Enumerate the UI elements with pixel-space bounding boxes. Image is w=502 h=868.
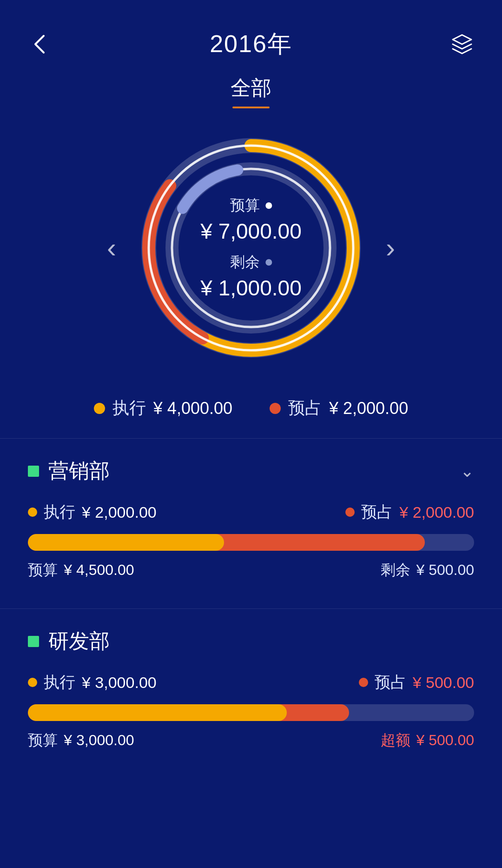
dept-marketing-stats: 执行 ¥ 2,000.00 预占 ¥ 2,000.00 bbox=[28, 501, 474, 523]
marketing-reserve-value: ¥ 2,000.00 bbox=[399, 503, 474, 521]
marketing-remainder-value: ¥ 500.00 bbox=[416, 561, 474, 578]
dept-rd-icon bbox=[28, 636, 39, 647]
rd-remainder-label: 超额 bbox=[381, 732, 410, 748]
marketing-exec-label: 执行 bbox=[44, 501, 75, 523]
tab-underline bbox=[232, 107, 270, 108]
dept-rd: 研发部 执行 ¥ 3,000.00 预占 ¥ 500.00 预算 ¥ 3,000… bbox=[0, 609, 502, 765]
rd-exec-label: 执行 bbox=[44, 672, 75, 693]
reserve-label: 预占 bbox=[288, 397, 322, 420]
rd-reserve-label: 预占 bbox=[375, 672, 406, 693]
rd-remainder-value: ¥ 500.00 bbox=[416, 732, 474, 748]
marketing-budget-value: ¥ 4,500.00 bbox=[64, 561, 134, 578]
marketing-budget: 预算 ¥ 4,500.00 bbox=[28, 560, 134, 581]
budget-value: ¥ 7,000.00 bbox=[200, 219, 301, 244]
dept-marketing-chevron[interactable]: ⌄ bbox=[460, 461, 474, 481]
dept-marketing: 营销部 ⌄ 执行 ¥ 2,000.00 预占 ¥ 2,000.00 预算 ¥ 4… bbox=[0, 439, 502, 594]
rd-exec-stat: 执行 ¥ 3,000.00 bbox=[28, 672, 157, 693]
budget-dot bbox=[265, 202, 272, 209]
marketing-exec-dot bbox=[28, 507, 37, 517]
page-title: 2016年 bbox=[210, 28, 292, 60]
dept-rd-title-group: 研发部 bbox=[28, 628, 110, 655]
marketing-reserve-dot bbox=[345, 507, 355, 517]
dept-marketing-title-group: 营销部 bbox=[28, 457, 110, 485]
rd-reserve-value: ¥ 500.00 bbox=[413, 674, 474, 692]
legend: 执行 ¥ 4,000.00 预占 ¥ 2,000.00 bbox=[0, 387, 502, 438]
legend-exec: 执行 ¥ 4,000.00 bbox=[94, 397, 232, 420]
marketing-progress-bar bbox=[28, 534, 474, 551]
rd-exec-value: ¥ 3,000.00 bbox=[82, 674, 157, 692]
dept-rd-name: 研发部 bbox=[48, 628, 110, 655]
prev-arrow[interactable]: ‹ bbox=[93, 234, 130, 262]
budget-label: 预算 bbox=[230, 195, 260, 216]
dept-rd-header: 研发部 bbox=[28, 628, 474, 655]
rd-exec-dot bbox=[28, 678, 37, 687]
dept-marketing-header: 营销部 ⌄ bbox=[28, 457, 474, 485]
surplus-label: 剩余 bbox=[230, 252, 260, 273]
rd-budget: 预算 ¥ 3,000.00 bbox=[28, 730, 134, 751]
rd-footer: 预算 ¥ 3,000.00 超额 ¥ 500.00 bbox=[28, 730, 474, 751]
svg-marker-0 bbox=[453, 35, 471, 44]
reserve-dot bbox=[270, 403, 281, 414]
tab-label[interactable]: 全部 bbox=[231, 74, 271, 102]
marketing-reserve-stat: 预占 ¥ 2,000.00 bbox=[345, 501, 474, 523]
next-arrow[interactable]: › bbox=[372, 234, 409, 262]
rd-progress-bar bbox=[28, 704, 474, 721]
rd-orange-bar bbox=[28, 704, 287, 721]
exec-value: ¥ 4,000.00 bbox=[153, 399, 232, 418]
tab-section: 全部 bbox=[0, 74, 502, 108]
marketing-exec-value: ¥ 2,000.00 bbox=[82, 503, 157, 521]
dept-marketing-name: 营销部 bbox=[48, 457, 110, 485]
marketing-remainder-label: 剩余 bbox=[381, 561, 410, 578]
surplus-value: ¥ 1,000.00 bbox=[200, 275, 301, 300]
legend-reserve: 预占 ¥ 2,000.00 bbox=[270, 397, 408, 420]
dept-rd-stats: 执行 ¥ 3,000.00 预占 ¥ 500.00 bbox=[28, 672, 474, 693]
chart-section: ‹ 预算 ¥ 7,000.00 剩余 bbox=[0, 127, 502, 369]
exec-label: 执行 bbox=[112, 397, 146, 420]
donut-center: 预算 ¥ 7,000.00 剩余 ¥ 1,000.00 bbox=[200, 195, 301, 300]
dept-marketing-icon bbox=[28, 466, 39, 477]
header: 2016年 bbox=[0, 0, 502, 74]
rd-reserve-dot bbox=[359, 678, 368, 687]
surplus-dot bbox=[265, 259, 272, 266]
marketing-reserve-label: 预占 bbox=[361, 501, 393, 523]
donut-chart: 预算 ¥ 7,000.00 剩余 ¥ 1,000.00 bbox=[130, 127, 372, 369]
marketing-remainder: 剩余 ¥ 500.00 bbox=[381, 560, 474, 581]
layers-button[interactable] bbox=[450, 32, 474, 56]
spacer-1 bbox=[0, 594, 502, 608]
back-button[interactable] bbox=[28, 32, 52, 56]
rd-remainder: 超额 ¥ 500.00 bbox=[381, 730, 474, 751]
marketing-budget-label: 预算 bbox=[28, 561, 62, 578]
marketing-footer: 预算 ¥ 4,500.00 剩余 ¥ 500.00 bbox=[28, 560, 474, 581]
rd-budget-label: 预算 bbox=[28, 732, 62, 748]
rd-budget-value: ¥ 3,000.00 bbox=[64, 732, 134, 748]
reserve-value: ¥ 2,000.00 bbox=[329, 399, 408, 418]
marketing-exec-stat: 执行 ¥ 2,000.00 bbox=[28, 501, 157, 523]
exec-dot bbox=[94, 403, 105, 414]
rd-reserve-stat: 预占 ¥ 500.00 bbox=[359, 672, 474, 693]
marketing-orange-bar bbox=[28, 534, 224, 551]
